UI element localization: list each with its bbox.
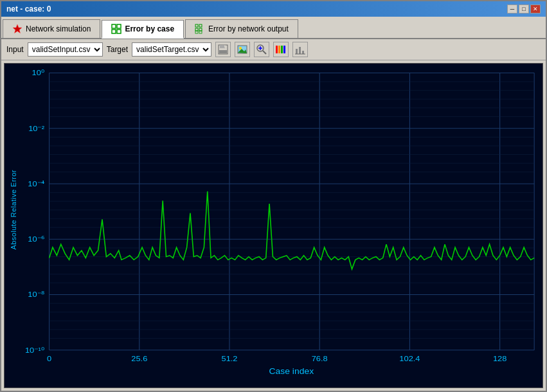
svg-rect-5 <box>195 24 198 27</box>
close-button[interactable]: ✕ <box>530 4 541 13</box>
color-icon-button[interactable] <box>273 42 289 57</box>
svg-rect-30 <box>4 64 543 388</box>
svg-rect-26 <box>296 49 298 54</box>
star-icon <box>12 24 22 34</box>
svg-text:128: 128 <box>493 355 507 363</box>
svg-rect-10 <box>199 31 202 33</box>
svg-rect-12 <box>220 45 225 48</box>
svg-rect-9 <box>195 31 198 33</box>
svg-line-19 <box>263 51 266 54</box>
svg-rect-2 <box>117 24 121 28</box>
toolbar: Input validSetInput.csv Target validSetT… <box>1 39 546 60</box>
tab-error-by-network-output[interactable]: Error by network output <box>185 19 298 38</box>
svg-text:25.6: 25.6 <box>131 355 147 363</box>
svg-rect-28 <box>302 51 304 54</box>
svg-rect-1 <box>112 24 116 28</box>
svg-text:51.2: 51.2 <box>222 355 238 363</box>
svg-point-16 <box>239 47 242 49</box>
svg-rect-14 <box>224 46 226 48</box>
chart-container: Absolute Relative Error <box>4 63 543 388</box>
title-bar-buttons: ─ □ ✕ <box>507 4 541 13</box>
svg-text:10⁰: 10⁰ <box>32 69 45 77</box>
svg-rect-27 <box>299 47 301 54</box>
chart-svg: 10⁰ 10⁻² 10⁻⁴ 10⁻⁶ 10⁻⁸ 10⁻¹⁰ 0 25.6 51.… <box>4 64 543 388</box>
svg-rect-22 <box>276 46 278 53</box>
title-bar: net - case: 0 ─ □ ✕ <box>1 1 546 17</box>
image-icon-button[interactable] <box>235 42 250 57</box>
zoom-icon-button[interactable] <box>254 42 269 57</box>
input-select[interactable]: validSetInput.csv <box>28 42 103 57</box>
tab-network-simulation[interactable]: Network simulation <box>3 19 100 38</box>
grid2-icon <box>195 24 205 34</box>
save-icon-button[interactable] <box>215 42 231 57</box>
tabs-bar: Network simulation Error by case <box>1 17 546 39</box>
target-label: Target <box>107 45 128 54</box>
svg-text:10⁻⁴: 10⁻⁴ <box>28 179 44 188</box>
svg-text:10⁻⁸: 10⁻⁸ <box>28 290 44 299</box>
window-title: net - case: 0 <box>6 4 51 13</box>
svg-marker-0 <box>13 24 22 33</box>
target-select[interactable]: validSetTarget.csv <box>132 42 211 57</box>
svg-rect-23 <box>278 46 280 53</box>
svg-text:10⁻⁶: 10⁻⁶ <box>28 235 44 244</box>
main-window: net - case: 0 ─ □ ✕ Network simulation <box>0 0 547 392</box>
svg-rect-3 <box>112 30 116 33</box>
svg-text:0: 0 <box>47 355 51 363</box>
svg-rect-7 <box>195 28 198 31</box>
svg-text:76.8: 76.8 <box>312 355 328 363</box>
svg-rect-6 <box>199 24 202 27</box>
bar-chart-icon-button[interactable] <box>292 42 308 57</box>
svg-text:10⁻²: 10⁻² <box>28 124 44 132</box>
svg-rect-4 <box>117 30 121 33</box>
tab-network-simulation-label: Network simulation <box>26 24 91 33</box>
svg-rect-13 <box>219 50 227 53</box>
svg-rect-8 <box>199 28 202 31</box>
maximize-button[interactable]: □ <box>519 4 529 13</box>
minimize-button[interactable]: ─ <box>507 4 517 13</box>
svg-rect-25 <box>283 46 285 53</box>
tab-error-by-network-output-label: Error by network output <box>208 24 289 33</box>
svg-rect-24 <box>281 46 283 53</box>
input-label: Input <box>6 45 24 54</box>
svg-text:Case index: Case index <box>269 366 314 375</box>
tab-error-by-case-label: Error by case <box>125 24 174 33</box>
tab-error-by-case[interactable]: Error by case <box>102 20 184 39</box>
svg-text:102.4: 102.4 <box>399 355 420 363</box>
grid-icon <box>111 24 121 34</box>
svg-text:10⁻¹⁰: 10⁻¹⁰ <box>25 346 44 354</box>
